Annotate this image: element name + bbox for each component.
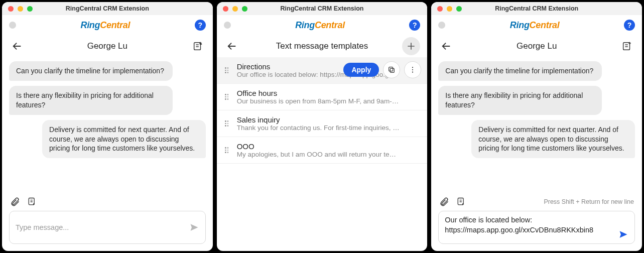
message-bubble-in: Can you clarify the timeline for impleme… — [438, 61, 602, 81]
help-button[interactable]: ? — [624, 20, 635, 31]
minimize-window-icon[interactable] — [447, 6, 452, 12]
back-button[interactable] — [9, 38, 25, 54]
compose-value: Our office is located below: https://map… — [445, 215, 618, 235]
titlebar: RingCentral CRM Extension — [2, 2, 213, 15]
svg-rect-3 — [391, 68, 395, 72]
template-item[interactable]: Sales inquiry Thank you for contacting u… — [217, 110, 428, 137]
message-bubble-in: Is there any flexibility in pricing for … — [9, 86, 173, 115]
page-title: George Lu — [2, 41, 213, 51]
window-chat-filled-compose: RingCentral CRM Extension RingCentral ? … — [431, 2, 642, 251]
titlebar: RingCentral CRM Extension — [217, 2, 428, 15]
svg-rect-8 — [623, 43, 630, 50]
svg-rect-4 — [389, 67, 393, 71]
presence-indicator — [224, 22, 231, 29]
window-chat-empty-compose: RingCentral CRM Extension RingCentral ? … — [2, 2, 213, 251]
close-window-icon[interactable] — [437, 6, 443, 12]
compose-input[interactable]: Type message... — [9, 211, 206, 244]
svg-point-6 — [412, 69, 413, 70]
template-item[interactable]: Office hours Our business is open from 8… — [217, 84, 428, 110]
drag-handle-icon[interactable] — [222, 147, 232, 153]
svg-point-7 — [412, 72, 413, 73]
compose-placeholder: Type message... — [16, 223, 69, 231]
brand-logo: RingCentral — [295, 20, 345, 31]
svg-rect-0 — [194, 43, 200, 50]
page-title: Text message templates — [217, 41, 428, 51]
template-icon[interactable] — [27, 197, 37, 207]
template-item[interactable]: OOO My apologies, but I am OOO and will … — [217, 137, 428, 164]
compose-input[interactable]: Our office is located below: https://map… — [438, 211, 635, 244]
minimize-window-icon[interactable] — [18, 6, 23, 12]
send-icon[interactable] — [618, 229, 628, 239]
template-preview: Our business is open from 8am-5pm M-F, a… — [237, 97, 421, 105]
minimize-window-icon[interactable] — [232, 6, 238, 12]
brand-logo: RingCentral — [80, 20, 130, 31]
close-window-icon[interactable] — [223, 6, 228, 12]
copy-icon[interactable] — [383, 61, 400, 78]
window-title: RingCentral CRM Extension — [217, 5, 428, 12]
template-title: Sales inquiry — [237, 115, 421, 124]
attach-icon[interactable] — [10, 197, 20, 207]
brand-logo: RingCentral — [510, 20, 560, 31]
close-window-icon[interactable] — [8, 6, 14, 12]
compose-hint: Press Shift + Return for new line — [544, 198, 634, 205]
template-icon[interactable] — [456, 197, 466, 207]
add-template-button[interactable] — [402, 37, 420, 55]
svg-point-5 — [412, 67, 413, 68]
presence-indicator — [438, 22, 445, 29]
presence-indicator — [9, 22, 16, 29]
more-icon[interactable] — [404, 61, 421, 78]
window-templates: RingCentral CRM Extension RingCentral ? … — [217, 2, 428, 251]
help-button[interactable]: ? — [195, 20, 206, 31]
message-bubble-in: Can you clarify the timeline for impleme… — [9, 61, 173, 81]
send-icon[interactable] — [189, 222, 199, 232]
maximize-window-icon[interactable] — [242, 6, 247, 12]
drag-handle-icon[interactable] — [222, 67, 232, 73]
back-button[interactable] — [438, 38, 454, 54]
back-button[interactable] — [224, 38, 240, 54]
titlebar: RingCentral CRM Extension — [431, 2, 642, 15]
template-preview: Thank you for contacting us. For first-t… — [237, 124, 421, 132]
page-title: George Lu — [431, 41, 642, 51]
window-title: RingCentral CRM Extension — [2, 5, 213, 12]
template-preview: My apologies, but I am OOO and will retu… — [237, 151, 421, 158]
drag-handle-icon[interactable] — [222, 120, 232, 126]
maximize-window-icon[interactable] — [456, 6, 462, 12]
maximize-window-icon[interactable] — [27, 6, 33, 12]
message-bubble-in: Is there any flexibility in pricing for … — [438, 86, 602, 115]
attach-icon[interactable] — [439, 197, 449, 207]
template-title: OOO — [237, 142, 421, 151]
drag-handle-icon[interactable] — [222, 94, 232, 100]
new-note-button[interactable] — [619, 38, 635, 54]
template-title: Office hours — [237, 89, 421, 97]
template-item[interactable]: Directions Our office is located below: … — [217, 57, 428, 84]
apply-button[interactable]: Apply — [343, 63, 379, 77]
message-bubble-out: Delivery is committed for next quarter. … — [471, 120, 635, 159]
new-note-button[interactable] — [190, 38, 206, 54]
window-title: RingCentral CRM Extension — [431, 5, 642, 12]
help-button[interactable]: ? — [409, 20, 420, 31]
message-bubble-out: Delivery is committed for next quarter. … — [42, 120, 206, 159]
